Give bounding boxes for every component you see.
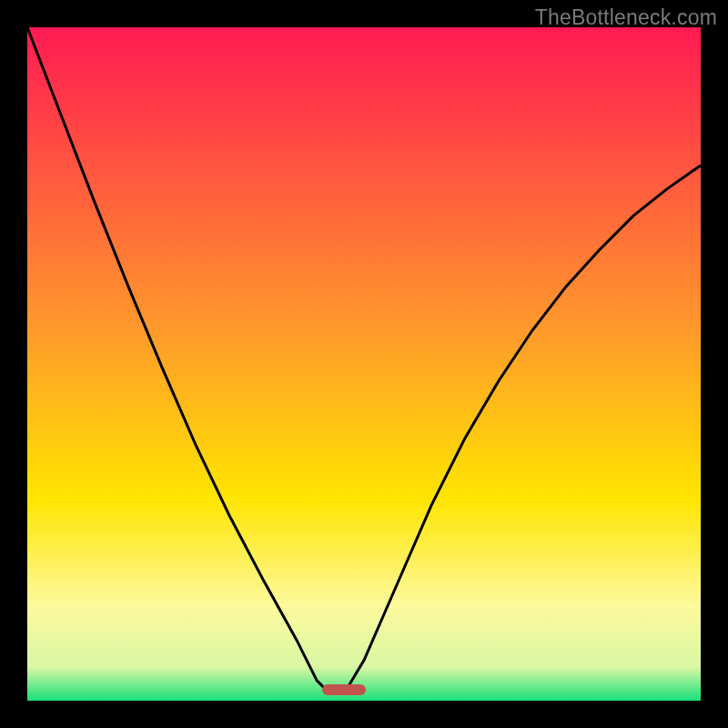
curve-left-branch — [27, 27, 330, 694]
watermark-text: TheBottleneck.com — [535, 5, 717, 30]
outer-frame: TheBottleneck.com — [0, 0, 728, 728]
curve-right-branch — [344, 166, 701, 694]
bottleneck-marker — [322, 684, 366, 695]
plot-area — [27, 27, 701, 701]
bottleneck-curve — [27, 27, 701, 701]
